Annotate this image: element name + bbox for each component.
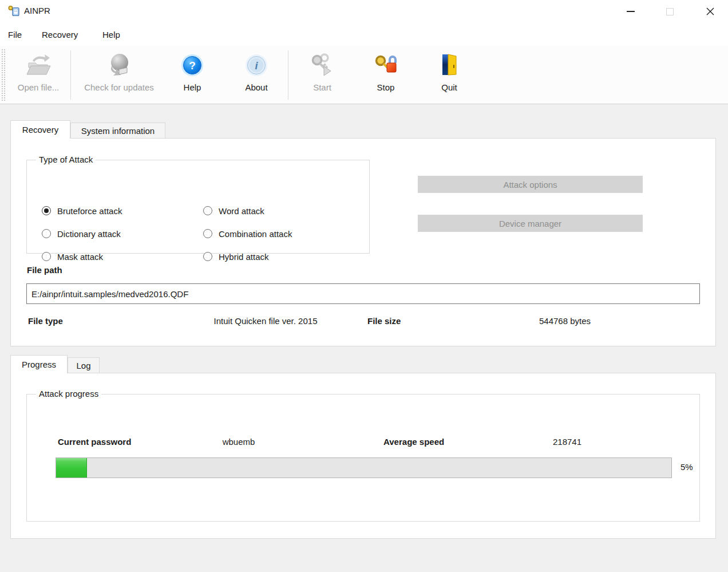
file-path-input[interactable] — [26, 283, 700, 304]
radio-dictionary-attack[interactable]: Dictionary attack — [42, 228, 121, 239]
open-file-button: Open file... — [8, 48, 69, 102]
close-icon — [706, 7, 715, 16]
menu-file[interactable]: File — [3, 23, 26, 46]
open-file-icon — [25, 52, 52, 79]
menu-help[interactable]: Help — [98, 23, 125, 46]
file-size-value: 544768 bytes — [465, 316, 665, 326]
radio-label: Combination attack — [219, 229, 292, 239]
radio-label: Word attack — [219, 206, 264, 216]
current-password-label: Current password — [58, 437, 131, 447]
file-meta-row: File type Intuit Quicken file ver. 2015 … — [11, 316, 717, 328]
radio-label: Bruteforce attack — [57, 206, 122, 216]
window-title: AINPR — [24, 6, 50, 15]
toolbar-gripper[interactable] — [1, 49, 6, 101]
open-file-label: Open file... — [18, 82, 60, 92]
device-manager-button: Device manager — [418, 215, 643, 232]
progress-fill — [56, 458, 87, 478]
close-button[interactable] — [697, 0, 723, 23]
toolbar-separator — [70, 50, 71, 100]
about-button[interactable]: i About — [234, 48, 279, 102]
average-speed-label: Average speed — [383, 437, 444, 447]
tab-recovery[interactable]: Recovery — [10, 120, 70, 139]
file-type-value: Intuit Quicken file ver. 2015 — [154, 316, 377, 326]
app-key-icon — [7, 5, 20, 17]
radio-circle — [203, 229, 212, 238]
maximize-button — [656, 0, 683, 23]
progress-stats-row: Current password wbuemb Average speed 21… — [27, 437, 728, 448]
keys-stop-icon — [372, 52, 399, 79]
exit-door-icon — [436, 52, 463, 79]
radio-label: Hybrid attack — [219, 252, 269, 262]
minimize-button[interactable] — [618, 0, 644, 23]
radio-bruteforce-attack[interactable]: Bruteforce attack — [42, 205, 122, 216]
minimize-icon — [627, 11, 635, 12]
type-of-attack-group: Type of Attack Bruteforce attack Diction… — [26, 160, 370, 254]
tab-log[interactable]: Log — [68, 357, 100, 373]
attack-progress-bar — [56, 457, 672, 478]
file-path-label: File path — [27, 265, 62, 275]
start-button: Start — [299, 48, 345, 102]
type-of-attack-title: Type of Attack — [36, 155, 96, 164]
quit-button[interactable]: Quit — [426, 48, 472, 102]
globe-update-icon — [105, 52, 133, 79]
attack-progress-group: Attack progress Current password wbuemb … — [26, 394, 700, 522]
radio-circle — [42, 206, 51, 215]
content-area: Recovery System information Type of Atta… — [0, 104, 728, 572]
help-button[interactable]: ? Help — [169, 48, 215, 102]
toolbar-separator — [288, 50, 288, 100]
radio-mask-attack[interactable]: Mask attack — [42, 251, 103, 262]
menu-recovery[interactable]: Recovery — [37, 23, 82, 46]
average-speed-value: 218741 — [510, 437, 624, 447]
stop-button[interactable]: Stop — [363, 48, 409, 102]
keys-play-icon — [308, 52, 336, 79]
radio-circle — [42, 229, 51, 238]
radio-circle — [203, 252, 212, 261]
about-info-icon: i — [243, 52, 270, 79]
menubar: File Recovery Help — [0, 23, 728, 46]
radio-circle — [42, 252, 51, 261]
recovery-panel: Type of Attack Bruteforce attack Diction… — [10, 138, 716, 346]
tab-progress[interactable]: Progress — [10, 355, 68, 373]
radio-circle — [203, 206, 212, 215]
file-type-label: File type — [28, 316, 63, 326]
check-updates-button: Check for updates — [73, 48, 165, 102]
help-label: Help — [184, 82, 201, 92]
file-size-label: File size — [367, 316, 401, 326]
radio-word-attack[interactable]: Word attack — [203, 205, 264, 216]
start-label: Start — [313, 82, 331, 92]
quit-label: Quit — [441, 82, 457, 92]
radio-label: Dictionary attack — [57, 229, 121, 239]
app-window: AINPR File Recovery Help Open file... — [0, 0, 728, 572]
radio-hybrid-attack[interactable]: Hybrid attack — [203, 251, 269, 262]
tab-system-information[interactable]: System information — [70, 123, 165, 139]
stop-label: Stop — [377, 82, 395, 92]
about-label: About — [245, 82, 267, 92]
attack-progress-title: Attack progress — [36, 389, 101, 399]
radio-label: Mask attack — [57, 252, 103, 262]
check-updates-label: Check for updates — [84, 82, 154, 92]
radio-combination-attack[interactable]: Combination attack — [203, 228, 292, 239]
progress-percent-label: 5% — [680, 462, 693, 472]
titlebar: AINPR — [0, 0, 728, 23]
help-question-icon: ? — [179, 52, 206, 79]
maximize-icon — [666, 8, 674, 15]
attack-options-button: Attack options — [418, 176, 643, 193]
current-password-value: wbuemb — [181, 437, 296, 447]
progress-panel: Attack progress Current password wbuemb … — [10, 373, 716, 539]
toolbar: Open file... Check for updates ? — [0, 46, 728, 104]
svg-text:?: ? — [189, 60, 196, 72]
